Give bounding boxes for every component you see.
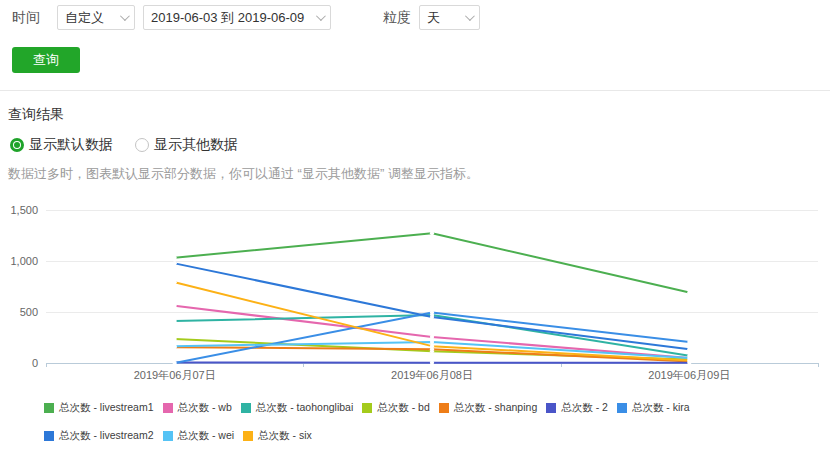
radio-show-default-data[interactable]: 显示默认数据 xyxy=(10,136,113,154)
date-range-value: 2019-06-03 到 2019-06-09 xyxy=(151,9,304,27)
y-tick-label: 1,500 xyxy=(10,204,38,216)
y-tick-label: 1,000 xyxy=(10,255,38,267)
time-preset-value: 自定义 xyxy=(65,9,104,27)
filter-bar: 时间 自定义 2019-06-03 到 2019-06-09 粒度 天 xyxy=(0,0,830,30)
chart-area: 05001,0001,5002019年06月07日2019年06月08日2019… xyxy=(0,196,830,400)
date-range-select[interactable]: 2019-06-03 到 2019-06-09 xyxy=(143,5,331,30)
query-button[interactable]: 查询 xyxy=(12,47,80,73)
legend-swatch-icon xyxy=(546,403,556,413)
line-chart: 05001,0001,5002019年06月07日2019年06月08日2019… xyxy=(0,196,830,396)
data-point-marker xyxy=(173,319,177,323)
legend-label: 总次数 - six xyxy=(258,429,312,443)
legend-swatch-icon xyxy=(362,403,372,413)
data-point-marker xyxy=(173,361,177,365)
data-point-marker xyxy=(430,340,434,344)
y-tick-label: 0 xyxy=(32,357,38,369)
legend-label: 总次数 - kira xyxy=(632,401,690,415)
granularity-select[interactable]: 天 xyxy=(419,5,480,30)
results-section-title: 查询结果 xyxy=(8,106,830,124)
data-point-marker xyxy=(173,344,177,348)
x-tick-label: 2019年06月09日 xyxy=(648,369,730,381)
data-point-marker xyxy=(173,256,177,260)
data-point-marker xyxy=(430,335,434,339)
radio-show-other-data[interactable]: 显示其他数据 xyxy=(135,136,238,154)
data-hint-text: 数据过多时，图表默认显示部分数据，你可以通过 “显示其他数据” 调整显示指标。 xyxy=(8,165,830,183)
data-point-marker xyxy=(173,261,177,265)
y-axis-labels: 05001,0001,500 xyxy=(10,204,38,369)
legend-swatch-icon xyxy=(44,431,54,441)
data-point-marker xyxy=(430,361,434,365)
radio-selected-icon xyxy=(10,138,24,152)
legend-label: 总次数 - bd xyxy=(377,401,430,415)
legend-item[interactable]: 总次数 - livestream2 xyxy=(44,429,154,443)
display-mode-radio-group: 显示默认数据 显示其他数据 xyxy=(10,136,830,154)
legend-item[interactable]: 总次数 - shanping xyxy=(439,401,537,415)
legend-swatch-icon xyxy=(617,403,627,413)
legend-label: 总次数 - shanping xyxy=(454,401,537,415)
radio-default-label: 显示默认数据 xyxy=(29,136,113,154)
legend-swatch-icon xyxy=(163,403,173,413)
data-point-marker xyxy=(173,304,177,308)
legend-item[interactable]: 总次数 - kira xyxy=(617,401,690,415)
series-lines xyxy=(173,231,692,365)
granularity-value: 天 xyxy=(427,9,440,27)
x-axis-labels: 2019年06月07日2019年06月08日2019年06月09日 xyxy=(134,369,731,381)
data-point-marker xyxy=(430,315,434,319)
legend-swatch-icon xyxy=(243,431,253,441)
data-point-marker xyxy=(430,344,434,348)
data-point-marker xyxy=(687,290,691,294)
legend-label: 总次数 - livestream2 xyxy=(59,429,154,443)
legend-item[interactable]: 总次数 - 2 xyxy=(546,401,608,415)
radio-unselected-icon xyxy=(135,138,149,152)
legend-swatch-icon xyxy=(439,403,449,413)
data-point-marker xyxy=(173,337,177,341)
data-point-marker xyxy=(173,280,177,284)
time-label: 时间 xyxy=(12,9,40,27)
data-point-marker xyxy=(687,347,691,351)
chevron-down-icon xyxy=(120,11,130,21)
legend-label: 总次数 - wb xyxy=(178,401,232,415)
time-preset-select[interactable]: 自定义 xyxy=(57,5,135,30)
x-tick-label: 2019年06月08日 xyxy=(391,369,473,381)
legend-item[interactable]: 总次数 - bd xyxy=(362,401,430,415)
legend-swatch-icon xyxy=(241,403,251,413)
granularity-label: 粒度 xyxy=(383,9,411,27)
data-point-marker xyxy=(430,310,434,314)
legend-label: 总次数 - livestream1 xyxy=(59,401,154,415)
data-point-marker xyxy=(687,358,691,362)
legend-label: 总次数 - wei xyxy=(178,429,235,443)
data-point-marker xyxy=(687,340,691,344)
data-point-marker xyxy=(430,231,434,235)
legend-swatch-icon xyxy=(163,431,173,441)
series-line xyxy=(175,233,690,292)
chart-legend: 总次数 - livestream1总次数 - wb总次数 - taohongli… xyxy=(0,401,800,454)
legend-label: 总次数 - taohonglibai xyxy=(256,401,353,415)
y-tick-label: 500 xyxy=(20,306,38,318)
legend-label: 总次数 - 2 xyxy=(561,401,608,415)
legend-item[interactable]: 总次数 - wei xyxy=(163,429,235,443)
x-tick-label: 2019年06月07日 xyxy=(134,369,216,381)
legend-item[interactable]: 总次数 - wb xyxy=(163,401,232,415)
legend-item[interactable]: 总次数 - taohonglibai xyxy=(241,401,353,415)
section-divider xyxy=(0,90,830,91)
chevron-down-icon xyxy=(316,11,326,21)
legend-swatch-icon xyxy=(44,403,54,413)
chevron-down-icon xyxy=(465,11,475,21)
legend-item[interactable]: 总次数 - six xyxy=(243,429,312,443)
radio-other-label: 显示其他数据 xyxy=(154,136,238,154)
legend-item[interactable]: 总次数 - livestream1 xyxy=(44,401,154,415)
